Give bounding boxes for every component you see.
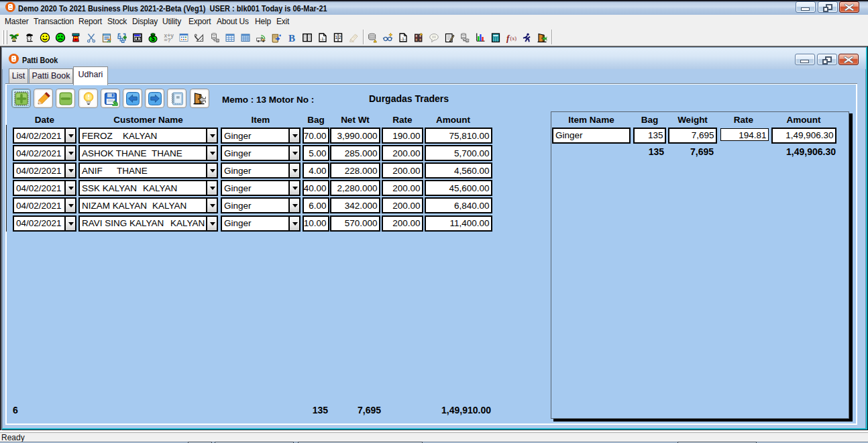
svg-text:=?: =? [164,37,170,43]
svg-text:1: 1 [335,35,337,40]
svg-text:$: $ [151,35,155,42]
svg-text:-1-: -1- [320,37,325,41]
svg-text:(x): (x) [510,36,517,42]
svg-text:2: 2 [338,35,341,40]
svg-text:-1-: -1- [400,37,405,41]
svg-text:B: B [288,33,294,43]
